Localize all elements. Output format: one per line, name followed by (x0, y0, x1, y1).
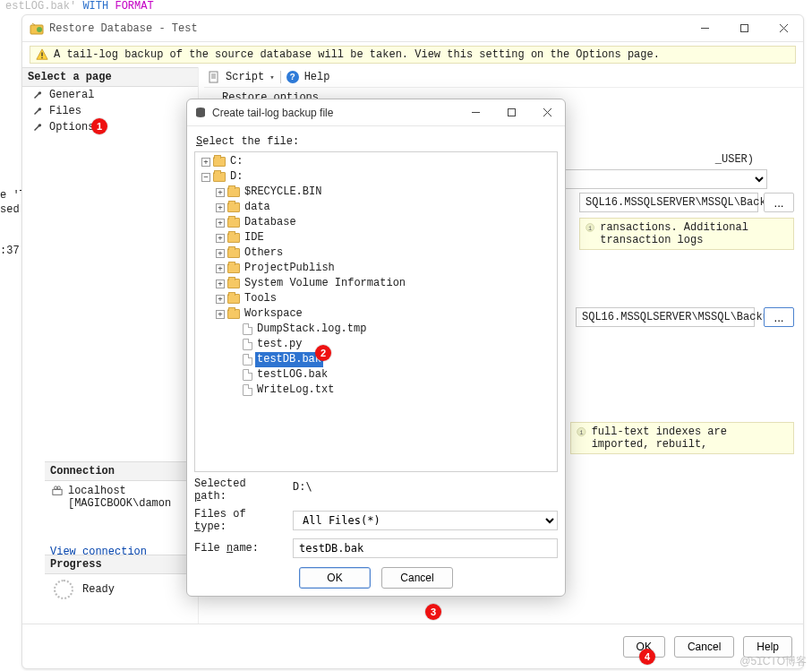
tree-node-file[interactable]: WriteLog.txt (195, 383, 557, 398)
server-icon (52, 485, 63, 497)
svg-point-18 (55, 486, 57, 489)
tree-node-file[interactable]: DumpStack.log.tmp (195, 322, 557, 337)
expander-icon[interactable]: + (216, 234, 225, 243)
wrench-icon (33, 122, 44, 133)
tree-node-folder[interactable]: + ProjectPublish (195, 261, 557, 276)
expander-icon[interactable]: − (201, 173, 210, 182)
info-icon: i (585, 221, 594, 234)
svg-point-8 (41, 57, 43, 59)
browse-standby-button[interactable]: ... (764, 193, 794, 212)
file-name-label: File name: (194, 542, 284, 555)
browse-backup-button[interactable]: ... (764, 307, 794, 327)
folder-icon (227, 233, 240, 243)
folder-icon (213, 172, 226, 182)
modal-ok-button[interactable]: OK (299, 567, 371, 589)
page-item-files[interactable]: Files (22, 103, 198, 119)
app-icon (30, 22, 44, 36)
svg-rect-3 (740, 25, 748, 32)
select-file-label: Select the file: (194, 132, 558, 151)
folder-icon (227, 309, 240, 319)
progress-status: Ready (82, 583, 115, 596)
expander-icon[interactable]: + (216, 219, 225, 228)
expander-icon[interactable]: + (201, 158, 210, 167)
svg-point-1 (37, 27, 42, 32)
select-page-header: Select a page (22, 67, 198, 87)
expander-icon[interactable]: + (216, 203, 225, 212)
expander-icon[interactable]: + (216, 310, 225, 319)
file-icon (243, 323, 252, 335)
tree-node-folder[interactable]: + data (195, 200, 557, 215)
folder-icon (227, 187, 240, 197)
script-button[interactable]: Script (226, 71, 264, 83)
folder-icon (227, 248, 240, 258)
database-icon (194, 107, 207, 119)
files-of-type-select[interactable]: All Files(*) (293, 511, 558, 530)
bg-cancel-button[interactable]: Cancel (674, 636, 734, 658)
close-button[interactable] (764, 15, 803, 42)
tree-node-folder[interactable]: + System Volume Information (195, 276, 557, 291)
wrench-icon (33, 90, 44, 100)
recovery-state-select[interactable] (561, 169, 767, 189)
folder-icon (227, 263, 240, 273)
expander-icon[interactable]: + (216, 295, 225, 304)
svg-rect-22 (508, 109, 515, 116)
tree-node-folder[interactable]: + IDE (195, 230, 557, 245)
annotation-2: 2 (315, 345, 331, 361)
files-of-type-label: Files of type: (194, 508, 284, 533)
maximize-button[interactable] (724, 15, 764, 42)
file-name-input[interactable] (293, 538, 558, 558)
modal-minimize-button[interactable] (457, 100, 493, 125)
backup-path: SQL16.MSSQLSERVER\MSSQL\Backup\ (576, 307, 755, 327)
expander-icon[interactable]: + (216, 280, 225, 288)
file-tree[interactable]: + C:− D:+ $RECYCLE.BIN+ data+ Database+ … (194, 151, 558, 472)
file-icon (243, 369, 252, 381)
svg-text:i: i (579, 429, 584, 436)
file-icon (243, 354, 252, 366)
page-item-general[interactable]: General (22, 87, 198, 103)
modal-maximize-button[interactable] (493, 100, 529, 125)
expander-icon[interactable]: + (216, 188, 225, 197)
tree-node-file[interactable]: testLOG.bak (195, 367, 557, 383)
annotation-1: 1 (91, 118, 107, 134)
folder-icon (227, 294, 240, 304)
tree-node-drive[interactable]: + C: (195, 154, 557, 169)
tree-node-file[interactable]: test.py (195, 337, 557, 352)
tree-node-folder[interactable]: + Workspace (195, 306, 557, 322)
annotation-4: 4 (639, 649, 655, 665)
svg-rect-17 (53, 489, 62, 495)
titlebar[interactable]: Restore Database - Test (22, 15, 803, 42)
page-item-options[interactable]: Options (22, 119, 198, 135)
modal-close-button[interactable] (529, 100, 565, 125)
info-icon: i (577, 426, 586, 438)
help-button[interactable]: Help (304, 71, 330, 83)
page-list: General Files Options (22, 87, 198, 135)
info-banner: A tail-log backup of the source database… (30, 46, 796, 64)
window-title: Restore Database - Test (49, 22, 685, 35)
code-snippet: estLOG.bak' WITH FORMAT (5, 0, 154, 13)
folder-icon (227, 202, 240, 212)
tree-node-file[interactable]: testDB.bak (195, 352, 557, 367)
folder-icon (227, 279, 240, 288)
fragment-user: _USER) (715, 153, 754, 166)
folder-icon (227, 218, 240, 228)
script-icon (208, 71, 220, 83)
modal-titlebar[interactable]: Create tail-log backup file (187, 99, 565, 126)
svg-text:i: i (588, 225, 592, 232)
modal-cancel-button[interactable]: Cancel (381, 567, 453, 589)
tree-node-drive[interactable]: − D: (195, 169, 557, 185)
file-icon (243, 384, 252, 396)
hint-fulltext: i full-text indexes are imported, rebuil… (570, 422, 794, 454)
selected-path-value: D:\ (293, 480, 558, 500)
minimize-button[interactable] (685, 15, 724, 42)
help-icon: ? (286, 71, 299, 83)
tree-node-folder[interactable]: + $RECYCLE.BIN (195, 185, 557, 200)
expander-icon[interactable]: + (216, 264, 225, 273)
tree-node-folder[interactable]: + Others (195, 245, 557, 261)
tree-node-folder[interactable]: + Tools (195, 291, 557, 306)
expander-icon[interactable]: + (216, 249, 225, 258)
file-icon (243, 339, 252, 350)
tree-node-folder[interactable]: + Database (195, 215, 557, 230)
script-dropdown[interactable]: ▾ (269, 73, 274, 82)
hint-transactions: i ransactions. Additional transaction lo… (579, 218, 794, 250)
file-browser-dialog: Create tail-log backup file Select the f… (186, 99, 566, 597)
